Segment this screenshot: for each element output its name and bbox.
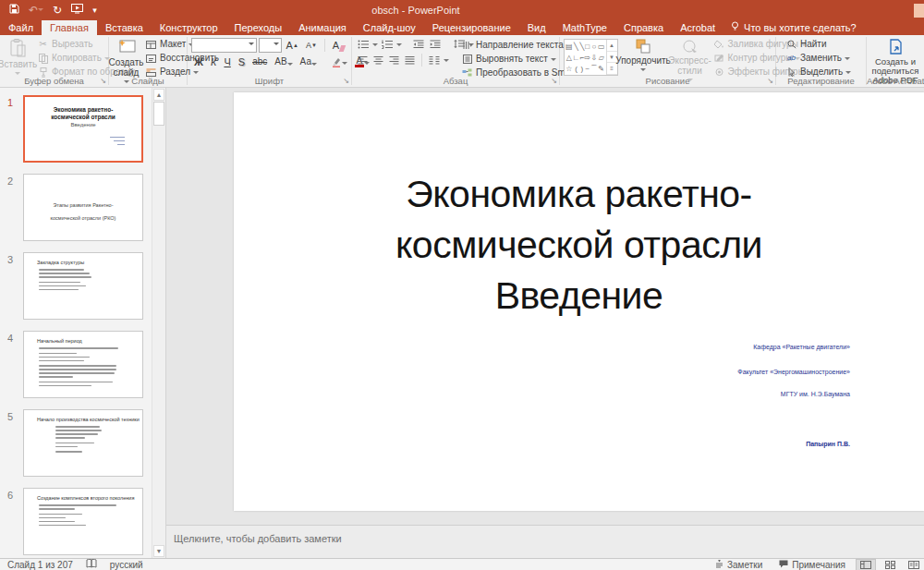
decrease-indent-icon[interactable] [411, 39, 426, 50]
new-slide-button[interactable]: Создать слайд [109, 37, 143, 75]
language-indicator[interactable]: русский [110, 560, 143, 570]
font-name-combo[interactable] [191, 38, 257, 53]
strikethrough-button[interactable]: abc [249, 55, 270, 68]
text-highlight-button[interactable] [329, 56, 350, 67]
text-shadow-button[interactable]: S [236, 55, 248, 68]
shape-icon[interactable]: ⌒ [590, 64, 598, 74]
tab-слайд-шоу[interactable]: Слайд-шоу [355, 20, 424, 35]
shape-icon[interactable]: ▭ [598, 42, 605, 51]
increase-indent-icon[interactable] [428, 39, 443, 50]
slide-editor-canvas: Экономика ракетно- космической отрасли В… [166, 88, 924, 525]
clipboard-dialog-launcher[interactable]: ↘ [100, 77, 106, 86]
notes-toggle-button[interactable]: Заметки [709, 559, 769, 570]
tab-mathtype[interactable]: MathType [554, 20, 615, 35]
align-center-icon[interactable] [371, 55, 385, 66]
slide-thumbnail-2[interactable]: Этапы развития Ракетно-космической отрас… [23, 174, 143, 241]
italic-button[interactable]: К [208, 55, 219, 68]
shape-icon[interactable]: ▱ [599, 54, 604, 62]
thumbnail-row: 6Создание комплексов второго поколения [0, 488, 152, 555]
slide[interactable]: Экономика ракетно- космической отрасли В… [234, 92, 924, 511]
create-pdf-button[interactable]: Создать и поделиться Adobe PDF [867, 37, 924, 75]
slide-thumbnail-1[interactable]: Экономика ракетно-космической отраслиВве… [23, 95, 143, 163]
group-font: А▲ А▼ А ЖКЧSabcАВАа А Шрифт ↘ [188, 35, 351, 87]
align-left-icon[interactable] [356, 55, 370, 66]
shape-icon[interactable]: ▤ [565, 42, 573, 51]
grow-font-button[interactable]: А▲ [284, 39, 301, 52]
find-button[interactable]: Найти [784, 38, 866, 51]
tabs: ФайлГлавнаяВставкаКонструкторПереходыАни… [0, 20, 723, 35]
quick-styles-button[interactable]: Экспресс-стили [669, 37, 711, 75]
shape-icon[interactable]: ╲ [574, 42, 578, 51]
slide-thumbnail-5[interactable]: Начало производства космической техники [23, 409, 143, 477]
shape-icon[interactable]: ( [575, 65, 578, 73]
group-editing: Найти abЗаменить Выделить Редактирование [776, 35, 866, 87]
normal-view-button[interactable] [856, 559, 876, 570]
align-right-icon[interactable] [387, 55, 401, 66]
slide-credits-text[interactable]: Кафедра «Ракетные двигатели» Факультет «… [737, 344, 850, 448]
shape-icon[interactable]: ~ [585, 65, 590, 73]
clear-formatting-icon[interactable]: А [330, 39, 347, 52]
character-spacing-button[interactable]: АВ [272, 55, 295, 68]
slide-title-text[interactable]: Экономика ракетно- космической отрасли В… [234, 169, 924, 321]
tab-конструктор[interactable]: Конструктор [152, 20, 226, 35]
font-dialog-launcher[interactable]: ↘ [343, 77, 349, 86]
replace-button[interactable]: abЗаменить [784, 52, 866, 65]
reading-view-button[interactable] [904, 559, 924, 570]
shape-icon[interactable]: △ [566, 54, 572, 62]
spellcheck-icon[interactable] [86, 559, 97, 570]
tab-файл[interactable]: Файл [0, 20, 42, 35]
shape-icon[interactable]: ∟ [573, 54, 580, 62]
bold-button[interactable]: Ж [191, 55, 206, 68]
scroll-up-icon[interactable]: ▲ [153, 89, 164, 101]
justify-icon[interactable] [403, 55, 417, 66]
arrange-button[interactable]: Упорядочить [618, 37, 669, 75]
tab-справка[interactable]: Справка [615, 20, 672, 35]
thumbnails-scrollbar[interactable]: ▲ ▼ [152, 88, 165, 558]
tab-рецензирование[interactable]: Рецензирование [424, 20, 519, 35]
shape-icon[interactable]: □ [585, 42, 590, 51]
arrange-icon [635, 39, 651, 54]
thumb-credit-marks [110, 134, 125, 145]
slide-thumbnail-3[interactable]: Закладка структуры [23, 252, 143, 320]
slide-sorter-view-button[interactable] [880, 559, 900, 570]
scrollbar-thumb[interactable] [153, 102, 164, 126]
shape-gallery[interactable]: ▤╲╲□○▭△∟⌐⇨⇩▱☆()~⌒✎ ▲▼≡ [564, 39, 618, 76]
slide-thumbnail-6[interactable]: Создание комплексов второго поколения [23, 488, 143, 555]
window-title: obsch - PowerPoint [0, 0, 832, 20]
paste-button[interactable]: Вставить [0, 37, 35, 75]
shape-icon[interactable]: ) [580, 65, 583, 73]
shape-icon[interactable]: ✎ [598, 65, 604, 73]
bullets-icon[interactable] [356, 39, 371, 50]
drawing-dialog-launcher[interactable]: ↘ [767, 77, 773, 86]
slide-thumbnail-4[interactable]: Начальный период [23, 331, 143, 398]
shape-icon[interactable]: ☆ [565, 65, 572, 73]
tab-вставка[interactable]: Вставка [97, 20, 152, 35]
tell-me-box[interactable]: Что вы хотите сделать? [723, 20, 864, 35]
tab-главная[interactable]: Главная [42, 20, 97, 35]
titlebar: ↶ ↻ ▾ obsch - PowerPoint [0, 0, 924, 20]
shrink-font-button[interactable]: А▼ [303, 39, 320, 52]
change-case-button[interactable]: Аа [298, 55, 320, 68]
paste-icon [10, 39, 26, 57]
font-size-combo[interactable] [259, 38, 282, 53]
notes-pane[interactable]: Щелкните, чтобы добавить заметки [166, 525, 924, 558]
shape-icon[interactable]: ╲ [579, 42, 584, 51]
scroll-down-icon[interactable]: ▼ [153, 545, 164, 557]
shapes-up-icon[interactable]: ▲ [607, 40, 617, 52]
shape-icon[interactable]: ○ [592, 42, 597, 51]
group-clipboard: Вставить ✂Вырезать Копировать Формат по … [0, 35, 108, 87]
comments-button[interactable]: Примечания [772, 559, 852, 570]
tab-вид[interactable]: Вид [519, 20, 554, 35]
shape-icon[interactable]: ⇨ [584, 54, 590, 62]
tab-анимация[interactable]: Анимация [290, 20, 355, 35]
shape-icon[interactable]: ⇩ [591, 54, 598, 62]
paragraph-dialog-launcher[interactable]: ↘ [551, 77, 557, 86]
underline-button[interactable]: Ч [221, 55, 233, 68]
tab-переходы[interactable]: Переходы [226, 20, 291, 35]
shape-outline-icon [713, 53, 725, 64]
tab-acrobat[interactable]: Acrobat [672, 20, 723, 35]
thumb-title: Этапы развития Ракетно-космической отрас… [24, 199, 142, 224]
numbering-icon[interactable] [380, 39, 395, 50]
thumb-title: Создание комплексов второго поколения [37, 495, 142, 501]
columns-icon[interactable] [427, 55, 442, 66]
